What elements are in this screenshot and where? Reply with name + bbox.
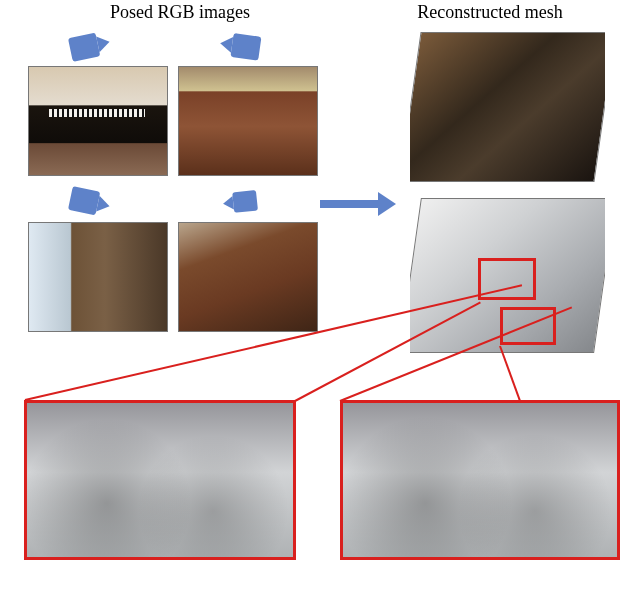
camera-icon: [68, 30, 112, 62]
input-image-room: [28, 222, 168, 332]
input-image-piano: [28, 66, 168, 176]
piano-keys-graphic: [49, 109, 145, 117]
mesh-detail-left: [24, 400, 296, 560]
reconstructed-mesh-textured: [410, 32, 605, 182]
camera-icon: [68, 186, 112, 218]
mesh-detail-right: [340, 400, 620, 560]
figure-teaser: Posed RGB images Reconstructed mesh: [0, 0, 640, 592]
input-image-sofa-close: [178, 222, 318, 332]
input-image-sofa: [178, 66, 318, 176]
heading-posed-images: Posed RGB images: [80, 2, 280, 23]
arrow-icon: [320, 200, 380, 208]
camera-icon: [219, 31, 262, 60]
camera-icon: [222, 190, 258, 214]
heading-reconstructed-mesh: Reconstructed mesh: [380, 2, 600, 23]
